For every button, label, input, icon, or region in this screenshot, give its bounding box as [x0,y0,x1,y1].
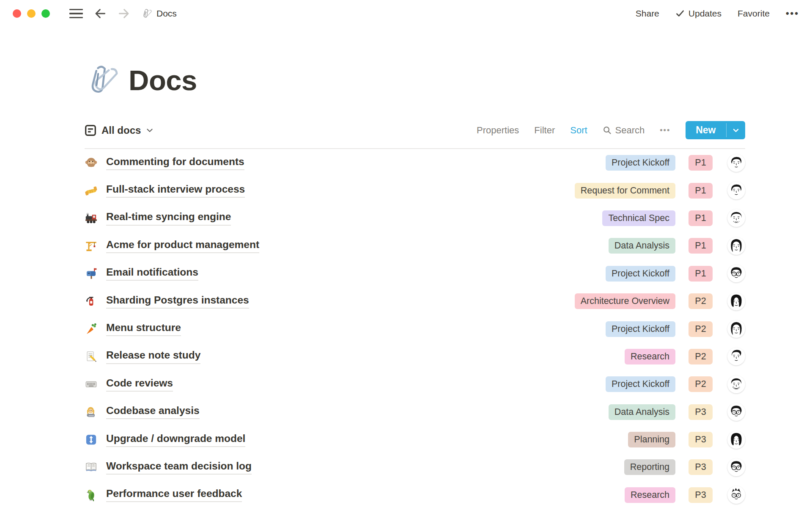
doc-row[interactable]: Code reviews Project Kickoff P2 [85,370,745,398]
doc-type-tag[interactable]: Reporting [624,459,675,475]
doc-type-tag[interactable]: Project Kickoff [606,266,675,282]
doc-title-link[interactable]: Performance user feedback [106,488,242,502]
zoom-window-button[interactable] [41,9,50,18]
window-titlebar: Docs Share Updates Favorite ••• [0,0,812,27]
assignee-avatar-man-beard[interactable] [727,375,745,393]
view-switcher[interactable]: All docs [85,124,154,136]
share-button[interactable]: Share [636,8,659,19]
new-doc-button[interactable]: New [686,121,726,139]
doc-row[interactable]: Release note study Research P2 [85,343,745,370]
priority-badge[interactable]: P3 [689,459,713,475]
priority-badge[interactable]: P1 [689,183,713,199]
speak-no-evil-monkey-icon [85,156,99,170]
priority-badge[interactable]: P3 [689,487,713,503]
assignee-avatar-woman-bob[interactable] [727,293,745,310]
doc-title-link[interactable]: Commenting for documents [106,156,244,170]
forward-button[interactable] [118,7,130,20]
doc-type-tag[interactable]: Project Kickoff [606,321,675,337]
open-book-icon [85,461,99,474]
doc-title-link[interactable]: Full-stack interview process [106,183,245,198]
priority-badge[interactable]: P1 [689,238,713,254]
doc-type-tag[interactable]: Data Analysis [609,404,675,420]
toolbar-more-button[interactable]: ••• [660,126,670,135]
collection-toolbar: All docs Properties Filter Sort Search •… [85,121,745,139]
doc-title-link[interactable]: Upgrade / downgrade model [106,433,245,447]
doc-row[interactable]: Real-time syncing engine Technical Spec … [85,204,745,232]
doc-title-link[interactable]: Workspace team decision log [106,460,252,475]
open-mailbox-icon [85,267,99,280]
doc-title-link[interactable]: Sharding Postgres instances [106,294,249,309]
back-arrow-icon [94,7,107,20]
assignee-avatar-person-glasses[interactable] [727,458,745,476]
doc-type-tag[interactable]: Research [625,349,675,364]
doc-type-tag[interactable]: Data Analysis [609,238,675,254]
doc-row[interactable]: Sharding Postgres instances Architecture… [85,287,745,315]
doc-row[interactable]: Menu structure Project Kickoff P2 [85,315,745,342]
doc-type-tag[interactable]: Planning [628,432,675,447]
checkmark-icon [675,9,685,18]
doc-type-tag[interactable]: Project Kickoff [606,155,675,171]
priority-badge[interactable]: P3 [689,404,713,420]
assignee-avatar-person-glasses[interactable] [727,403,745,421]
doc-title-link[interactable]: Menu structure [106,322,181,336]
priority-badge[interactable]: P2 [689,376,713,392]
assignee-avatar-woman-long[interactable] [727,320,745,338]
priority-badge[interactable]: P2 [689,349,713,364]
assignee-avatar-man-swept[interactable] [727,182,745,199]
doc-title-link[interactable]: Release note study [106,349,200,364]
fire-extinguisher-icon [85,295,99,308]
search-button[interactable]: Search [603,125,645,136]
building-construction-icon [85,239,99,253]
properties-button[interactable]: Properties [477,125,519,136]
doc-row[interactable]: Commenting for documents Project Kickoff… [85,149,745,177]
filter-button[interactable]: Filter [534,125,555,136]
more-options-button[interactable]: ••• [786,8,799,19]
handshake-icon [85,184,99,197]
doc-title-link[interactable]: Codebase analysis [106,405,200,419]
doc-title-link[interactable]: Email notifications [106,266,198,281]
doc-row[interactable]: Email notifications Project Kickoff P1 [85,260,745,287]
assignee-avatar-man-glasses-spiky[interactable] [727,486,745,504]
priority-badge[interactable]: P1 [689,155,713,171]
doc-row[interactable]: Codebase analysis Data Analysis P3 [85,398,745,426]
priority-badge[interactable]: P3 [689,432,713,447]
doc-row[interactable]: Performance user feedback Research P3 [85,481,745,508]
titlebar-doc-title: Docs [156,8,177,19]
carrot-icon [85,322,99,336]
doc-paperclip-icon [141,8,152,19]
sort-button[interactable]: Sort [570,125,587,136]
priority-badge[interactable]: P2 [689,293,713,309]
doc-row[interactable]: Full-stack interview process Request for… [85,177,745,204]
doc-type-tag[interactable]: Project Kickoff [606,376,675,392]
doc-type-tag[interactable]: Research [625,487,675,503]
page-title[interactable]: Docs [129,64,197,97]
assignee-avatar-man-swept[interactable] [727,154,745,172]
sidebar-menu-button[interactable] [69,9,83,19]
doc-row[interactable]: Acme for product management Data Analysi… [85,232,745,260]
priority-badge[interactable]: P2 [689,321,713,337]
minimize-window-button[interactable] [27,9,36,18]
priority-badge[interactable]: P1 [689,266,713,282]
updates-button[interactable]: Updates [675,8,721,19]
assignee-avatar-person-glasses[interactable] [727,265,745,282]
close-window-button[interactable] [13,9,21,18]
doc-type-tag[interactable]: Technical Spec [602,210,675,226]
assignee-avatar-woman-long[interactable] [727,237,745,255]
priority-badge[interactable]: P1 [689,210,713,226]
assignee-avatar-man-quiff[interactable] [727,348,745,365]
doc-title-link[interactable]: Acme for product management [106,239,259,253]
back-button[interactable] [94,7,107,20]
traffic-lights [13,9,50,18]
doc-row[interactable]: Upgrade / downgrade model Planning P3 [85,426,745,453]
favorite-button[interactable]: Favorite [738,8,770,19]
page-paperclips-icon [85,63,119,97]
new-doc-dropdown-button[interactable] [727,121,745,139]
doc-type-tag[interactable]: Architecture Overview [575,293,675,309]
doc-row[interactable]: Workspace team decision log Reporting P3 [85,453,745,481]
assignee-avatar-woman-bob[interactable] [727,431,745,449]
locomotive-icon [85,211,99,225]
assignee-avatar-man-stubble[interactable] [727,209,745,227]
doc-title-link[interactable]: Code reviews [106,377,173,392]
doc-type-tag[interactable]: Request for Comment [575,183,675,199]
doc-title-link[interactable]: Real-time syncing engine [106,211,231,225]
